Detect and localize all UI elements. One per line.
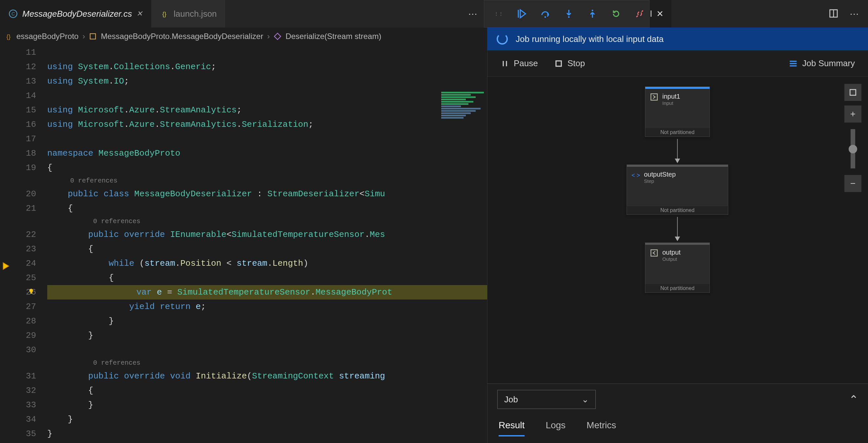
lightbulb-icon[interactable] — [28, 287, 35, 297]
chevron-down-icon: ⌄ — [582, 395, 589, 405]
spinner-icon — [497, 33, 508, 44]
csharp-icon: C — [8, 9, 18, 19]
step-into-button[interactable] — [564, 8, 574, 20]
stop-button[interactable]: Stop — [554, 58, 585, 68]
split-editor-icon[interactable] — [829, 8, 838, 19]
svg-point-6 — [30, 289, 33, 292]
svg-rect-17 — [850, 90, 856, 95]
svg-rect-14 — [651, 94, 657, 100]
tab-json-file[interactable]: {} launch.json — [151, 0, 226, 28]
debug-toolbar[interactable]: ⋮⋮ — [484, 0, 650, 28]
breadcrumb-item[interactable]: Deserialize(Stream stream) — [285, 32, 381, 41]
result-tabs: Result Logs Metrics — [497, 416, 858, 443]
svg-rect-7 — [30, 292, 32, 294]
node-title: input1 — [662, 93, 680, 100]
diagram-node-output[interactable]: output Output Not partitioned — [645, 242, 710, 293]
job-status-banner: Job running locally with local input dat… — [488, 28, 868, 50]
execution-pointer-icon — [2, 262, 11, 271]
svg-point-10 — [592, 10, 593, 11]
job-summary-label: Job Summary — [802, 58, 855, 68]
node-footer: Not partitioned — [627, 206, 728, 215]
svg-text:C: C — [11, 11, 15, 16]
editor-tabbar: C MessageBodyDeserializer.cs ✕ {} launch… — [0, 0, 487, 28]
diagram-node-input[interactable]: input1 Input Not partitioned — [645, 87, 710, 137]
breadcrumb[interactable]: {} essageBodyProto › MessageBodyProto.Me… — [0, 28, 487, 45]
node-subtitle: Output — [662, 256, 681, 262]
job-summary-button[interactable]: Job Summary — [788, 58, 855, 68]
glyph-margin — [0, 45, 13, 443]
svg-text:{}: {} — [162, 10, 166, 18]
code-content[interactable]: using System.Collections.Generic;using S… — [47, 45, 487, 443]
line-number-gutter: 1112131415161718192021222324252627282930… — [13, 45, 47, 443]
tab-overflow-button[interactable]: ⋯ — [458, 0, 487, 28]
input-icon — [650, 93, 658, 101]
pause-button[interactable]: Pause — [501, 58, 538, 68]
output-icon — [650, 249, 658, 257]
tab-logs[interactable]: Logs — [546, 420, 565, 437]
svg-point-8 — [545, 16, 546, 18]
job-pane: otobufCloudDeserializer.asaql ✕ ⋯ Job ru… — [487, 0, 868, 443]
close-icon[interactable]: ✕ — [656, 9, 663, 19]
tab-csharp-file[interactable]: C MessageBodyDeserializer.cs ✕ — [0, 0, 151, 28]
method-icon — [274, 32, 281, 40]
banner-text: Job running locally with local input dat… — [516, 34, 663, 44]
continue-button[interactable] — [516, 8, 527, 20]
namespace-icon: {} — [5, 32, 12, 40]
json-icon: {} — [160, 9, 169, 19]
svg-point-9 — [568, 16, 570, 18]
collapse-icon[interactable]: ⌃ — [849, 393, 858, 406]
node-subtitle: Step — [644, 178, 676, 184]
tab-result[interactable]: Result — [499, 420, 525, 437]
svg-text:< >: < > — [631, 172, 640, 178]
svg-rect-13 — [556, 61, 561, 66]
node-footer: Not partitioned — [645, 128, 710, 137]
chevron-right-icon: › — [267, 32, 270, 41]
minimap[interactable] — [438, 91, 487, 166]
class-icon — [89, 32, 97, 40]
zoom-out-button[interactable]: − — [844, 175, 862, 192]
codelens[interactable]: 0 references — [47, 357, 487, 369]
codelens[interactable]: 0 references — [47, 175, 487, 187]
job-selector-value: Job — [504, 395, 518, 405]
pause-label: Pause — [514, 58, 538, 68]
svg-rect-5 — [275, 33, 281, 39]
svg-rect-4 — [90, 34, 96, 39]
arrow-down-icon — [675, 159, 680, 163]
code-editor[interactable]: 1112131415161718192021222324252627282930… — [0, 45, 487, 443]
codelens[interactable]: 0 references — [47, 215, 487, 228]
zoom-slider[interactable] — [850, 129, 855, 168]
close-icon[interactable]: ✕ — [136, 9, 143, 18]
diagram-node-step[interactable]: < > outputStep Step Not partitioned — [626, 165, 728, 215]
fit-screen-button[interactable] — [844, 84, 862, 101]
diagram-edge — [677, 139, 678, 159]
arrow-down-icon — [675, 237, 680, 241]
node-title: outputStep — [644, 171, 676, 178]
node-title: output — [662, 249, 681, 256]
diagram-edge — [677, 217, 678, 237]
svg-text:{}: {} — [6, 33, 11, 40]
editor-pane: C MessageBodyDeserializer.cs ✕ {} launch… — [0, 0, 487, 443]
svg-rect-16 — [651, 250, 657, 256]
node-footer: Not partitioned — [645, 284, 710, 293]
tab-metrics[interactable]: Metrics — [587, 420, 616, 437]
more-actions-icon[interactable]: ⋯ — [849, 8, 859, 19]
stop-label: Stop — [567, 58, 585, 68]
diagram-tools: + − — [844, 84, 862, 192]
breadcrumb-item[interactable]: essageBodyProto — [17, 32, 79, 41]
job-controls: Pause Stop Job Summary — [488, 50, 868, 77]
disconnect-button[interactable] — [634, 8, 645, 20]
step-icon: < > — [631, 171, 640, 179]
step-over-button[interactable] — [540, 8, 551, 20]
job-selector[interactable]: Job ⌄ — [497, 390, 596, 409]
tab-label: launch.json — [174, 9, 217, 19]
node-subtitle: Input — [662, 100, 680, 106]
zoom-in-button[interactable]: + — [844, 105, 862, 123]
job-diagram[interactable]: input1 Input Not partitioned < > outputS… — [488, 77, 868, 384]
restart-button[interactable] — [611, 8, 621, 20]
step-out-button[interactable] — [587, 8, 598, 20]
chevron-right-icon: › — [82, 32, 85, 41]
breadcrumb-item[interactable]: MessageBodyProto.MessageBodyDeserializer — [101, 32, 263, 41]
drag-handle-icon[interactable]: ⋮⋮ — [494, 8, 503, 20]
job-bottom-panel: Job ⌄ ⌃ Result Logs Metrics — [488, 384, 868, 443]
tab-label: MessageBodyDeserializer.cs — [22, 9, 132, 19]
